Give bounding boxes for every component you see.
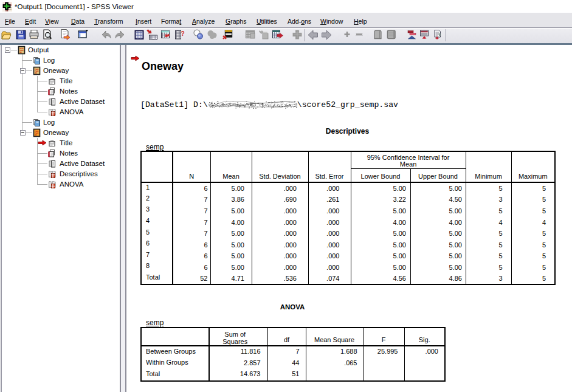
svg-text:?: ? xyxy=(181,30,185,37)
